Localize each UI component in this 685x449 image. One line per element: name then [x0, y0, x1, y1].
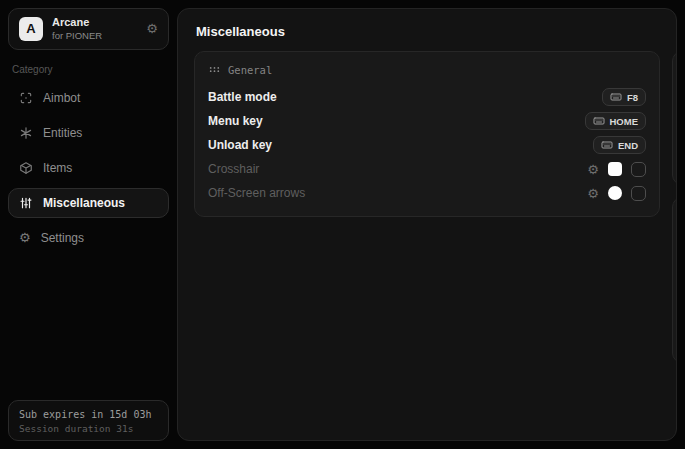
keyboard-icon — [593, 115, 605, 127]
crosshair-checkbox[interactable] — [631, 162, 646, 177]
setting-label: Off-Screen arrows — [208, 186, 305, 200]
session-duration-text: Session duration 31s — [19, 423, 158, 434]
setting-label: Unload key — [208, 138, 272, 152]
brand-card: A Arcane for PIONER ⚙ — [8, 8, 169, 50]
dot-grid-icon — [208, 63, 221, 76]
sidebar-item-aimbot[interactable]: Aimbot — [8, 83, 169, 113]
page-title: Miscellaneous — [196, 24, 660, 39]
sub-expires-text: Sub expires in 15d 03h — [19, 409, 158, 420]
offscreen-arrows-row: Off-Screen arrows ⚙ — [208, 181, 646, 205]
sidebar-item-label: Miscellaneous — [43, 196, 125, 210]
sidebar: A Arcane for PIONER ⚙ Category Aimbot En… — [0, 0, 177, 449]
sidebar-item-entities[interactable]: Entities — [8, 118, 169, 148]
subscription-info: Sub expires in 15d 03h Session duration … — [8, 400, 169, 441]
unload-key-row: Unload key END — [208, 133, 646, 157]
app-logo-letter: A — [26, 21, 35, 36]
main-panel: Miscellaneous General Battle mode — [177, 8, 677, 441]
sidebar-item-label: Aimbot — [43, 91, 80, 105]
keybind-value: F8 — [627, 92, 638, 103]
keyboard-icon — [601, 139, 613, 151]
category-label: Category — [12, 64, 165, 75]
battle-mode-keybind-button[interactable]: F8 — [602, 88, 646, 106]
setting-label: Menu key — [208, 114, 263, 128]
sidebar-nav: Aimbot Entities Items Miscellaneous — [8, 83, 169, 258]
app-logo: A — [19, 17, 43, 41]
sidebar-item-items[interactable]: Items — [8, 153, 169, 183]
scan-icon — [19, 91, 33, 105]
sidebar-item-settings[interactable]: ⚙ Settings — [8, 223, 169, 253]
app-window: A Arcane for PIONER ⚙ Category Aimbot En… — [0, 0, 685, 449]
keyboard-icon — [610, 91, 622, 103]
app-name: Arcane — [52, 16, 137, 30]
brand-settings-gear-icon[interactable]: ⚙ — [146, 22, 158, 35]
crosshair-row: Crosshair ⚙ — [208, 157, 646, 181]
spark-icon — [19, 126, 33, 140]
sliders-icon — [19, 196, 33, 210]
exploits-card: Exploits No Recoil No Sway Disable camer… — [672, 197, 677, 363]
battle-mode-row: Battle mode F8 — [208, 85, 646, 109]
sidebar-item-label: Items — [43, 161, 72, 175]
display-card: Display DPI scale 100% VSync — [672, 51, 677, 185]
offscreen-arrows-checkbox[interactable] — [631, 186, 646, 201]
setting-label: Battle mode — [208, 90, 277, 104]
menu-key-row: Menu key HOME — [208, 109, 646, 133]
sidebar-item-label: Settings — [41, 231, 84, 245]
offscreen-arrows-settings-gear-icon[interactable]: ⚙ — [587, 187, 599, 200]
offscreen-arrows-color-swatch[interactable] — [608, 186, 622, 200]
unload-key-keybind-button[interactable]: END — [593, 136, 646, 154]
general-card: General Battle mode F8 Menu key — [194, 51, 660, 217]
menu-key-keybind-button[interactable]: HOME — [585, 112, 647, 130]
app-subtitle: for PIONER — [52, 30, 137, 42]
cube-icon — [19, 161, 33, 175]
sidebar-item-miscellaneous[interactable]: Miscellaneous — [8, 188, 169, 218]
crosshair-settings-gear-icon[interactable]: ⚙ — [587, 163, 599, 176]
card-title: General — [228, 64, 272, 76]
gear-icon: ⚙ — [19, 231, 31, 244]
keybind-value: END — [618, 140, 638, 151]
crosshair-color-swatch[interactable] — [608, 162, 622, 176]
keybind-value: HOME — [610, 116, 639, 127]
sidebar-item-label: Entities — [43, 126, 82, 140]
setting-label: Crosshair — [208, 162, 259, 176]
